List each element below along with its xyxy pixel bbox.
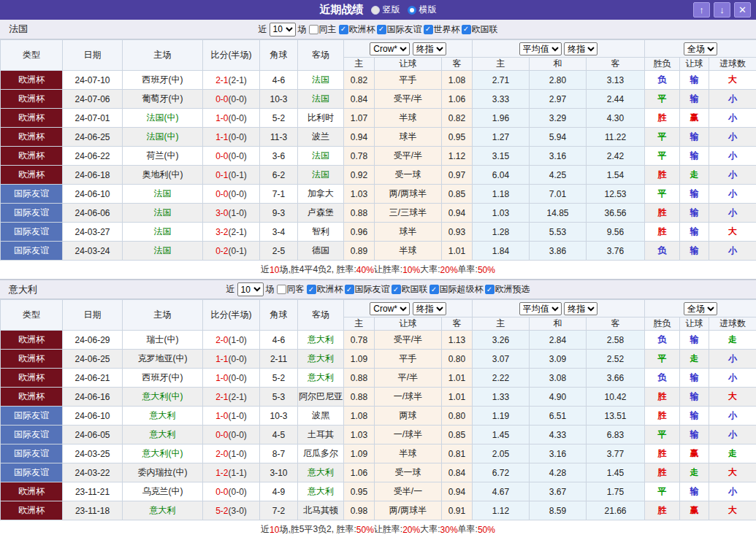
goals-result-cell: 大 — [709, 71, 756, 90]
col-avg-away: 客 — [587, 58, 645, 71]
checkbox-checked-icon[interactable]: ✓ — [392, 285, 401, 294]
layout-horizontal-option[interactable]: 横版 — [408, 4, 437, 16]
avg-draw-odds-cell: 3.16 — [530, 444, 587, 463]
result-cell: 胜 — [645, 501, 680, 520]
league-filter[interactable]: ✓欧洲杯 — [339, 23, 375, 36]
league-filter[interactable]: ✓欧洲杯 — [307, 283, 343, 296]
half-time-score: (0-0) — [229, 151, 247, 161]
score-cell: 0-0(0-0) — [203, 482, 260, 501]
away-team-cell: 意大利 — [298, 482, 344, 501]
checkbox-checked-icon[interactable]: ✓ — [345, 285, 354, 294]
league-filter[interactable]: ✓国际友谊 — [377, 23, 422, 36]
crown-away-odds-cell: 0.94 — [442, 482, 473, 501]
crown-home-odds-cell: 0.78 — [344, 147, 375, 166]
bookmaker-select[interactable]: Crow* — [370, 42, 410, 55]
average-select-2[interactable]: 平均值 — [519, 302, 562, 315]
checkbox-unchecked-icon[interactable] — [309, 25, 318, 34]
crown-home-odds-cell: 0.82 — [344, 71, 375, 90]
avg-home-odds-cell: 6.04 — [473, 166, 530, 185]
league-filter[interactable]: ✓欧洲预选 — [485, 283, 530, 296]
away-team-cell: 意大利 — [298, 350, 344, 369]
avg-away-odds-cell: 6.83 — [587, 426, 645, 444]
away-team-cell: 北马其顿 — [298, 501, 344, 520]
col-handicap-result: 让球 — [680, 317, 709, 331]
crown-home-odds-cell: 1.09 — [344, 350, 375, 369]
league-type-cell: 欧洲杯 — [1, 128, 63, 147]
summary-text: 大率: — [420, 523, 440, 535]
match-row: 欧洲杯24-06-25法国(中)1-1(0-0)11-3波兰0.94球半0.95… — [1, 128, 756, 147]
checkbox-checked-icon[interactable]: ✓ — [307, 285, 316, 294]
score-cell: 0-0(0-0) — [203, 185, 260, 204]
league-filter[interactable]: ✓欧国联 — [392, 283, 428, 296]
corners-cell: 3-10 — [260, 463, 298, 482]
match-count-select[interactable]: 10 — [270, 23, 296, 36]
checkbox-unchecked-icon[interactable] — [277, 285, 286, 294]
radio-unselected-icon[interactable] — [371, 6, 380, 15]
col-home: 主场 — [123, 300, 203, 331]
checkbox-checked-icon[interactable]: ✓ — [377, 25, 386, 34]
avg-home-odds-cell: 3.15 — [473, 147, 530, 166]
avg-away-odds-cell: 3.66 — [587, 369, 645, 388]
summary-text: 50% — [356, 525, 374, 535]
league-filter[interactable]: ✓国际友谊 — [345, 283, 390, 296]
checkbox-checked-icon[interactable]: ✓ — [462, 25, 471, 34]
final-index-select-2[interactable]: 终指 — [564, 42, 597, 55]
col-goals: 进球数 — [709, 317, 756, 331]
league-filter[interactable]: ✓国际超级杯 — [429, 283, 484, 296]
matches-label: 场 — [266, 283, 275, 296]
date-cell: 24-06-05 — [63, 426, 123, 444]
move-up-button[interactable]: ↑ — [693, 2, 710, 18]
corners-cell: 9-3 — [260, 204, 298, 223]
league-type-cell: 欧洲杯 — [1, 147, 63, 166]
bookmaker-select-2[interactable]: Crow* — [370, 302, 410, 315]
date-cell: 23-11-21 — [63, 482, 123, 501]
team-name-italy: 意大利 — [9, 283, 37, 296]
league-label: 国际超级杯 — [440, 283, 484, 296]
league-filter[interactable]: ✓世界杯 — [424, 23, 460, 36]
avg-draw-odds-cell: 3.09 — [530, 350, 587, 369]
checkbox-checked-icon[interactable]: ✓ — [424, 25, 433, 34]
col-result: 胜负 — [645, 58, 680, 71]
average-select[interactable]: 平均值 — [519, 42, 562, 55]
away-team-cell: 法国 — [298, 90, 344, 109]
avg-home-odds-cell: 1.12 — [473, 501, 530, 520]
radio-selected-icon[interactable] — [408, 6, 416, 15]
avg-draw-odds-cell: 5.94 — [530, 128, 587, 147]
match-count-select-2[interactable]: 10 — [237, 282, 264, 296]
avg-draw-odds-cell: 4.25 — [530, 166, 587, 185]
avg-away-odds-cell: 2.58 — [587, 331, 645, 350]
avg-away-odds-cell: 4.30 — [587, 109, 645, 128]
full-time-score: 0-1 — [215, 170, 228, 180]
league-filter[interactable]: ✓欧国联 — [462, 23, 498, 36]
layout-vertical-option[interactable]: 竖版 — [371, 4, 400, 16]
same-away-filter[interactable]: 同客 — [277, 283, 305, 296]
date-cell: 24-06-25 — [63, 128, 123, 147]
crown-away-odds-cell: 0.85 — [442, 185, 473, 204]
move-down-button[interactable]: ↓ — [714, 2, 730, 18]
full-match-select-2[interactable]: 全场 — [684, 302, 717, 315]
result-cell: 胜 — [645, 444, 680, 463]
crown-home-odds-cell: 1.08 — [344, 407, 375, 426]
full-match-select[interactable]: 全场 — [684, 42, 717, 55]
away-team-cell: 波黑 — [298, 407, 344, 426]
home-team-cell: 葡萄牙(中) — [123, 90, 203, 109]
checkbox-checked-icon[interactable]: ✓ — [339, 25, 348, 34]
close-button[interactable]: ✕ — [734, 2, 751, 18]
checkbox-checked-icon[interactable]: ✓ — [429, 285, 439, 294]
avg-away-odds-cell: 1.54 — [587, 166, 645, 185]
final-index-select[interactable]: 终指 — [413, 42, 446, 55]
corners-cell: 4-5 — [260, 426, 298, 444]
home-team-cell: 意大利 — [123, 501, 203, 520]
final-index-select-3[interactable]: 终指 — [413, 302, 446, 315]
same-home-filter[interactable]: 同主 — [309, 23, 337, 36]
half-time-score: (0-0) — [229, 430, 247, 440]
date-cell: 24-06-18 — [63, 166, 123, 185]
avg-away-odds-cell: 10.42 — [587, 388, 645, 407]
final-index-select-4[interactable]: 终指 — [564, 302, 597, 315]
asian-result-cell: 输 — [680, 147, 709, 166]
league-label: 国际友谊 — [387, 23, 422, 36]
goals-result-cell: 小 — [709, 482, 756, 501]
result-cell: 胜 — [645, 204, 680, 223]
asian-result-cell: 输 — [680, 426, 709, 444]
checkbox-checked-icon[interactable]: ✓ — [485, 285, 495, 294]
